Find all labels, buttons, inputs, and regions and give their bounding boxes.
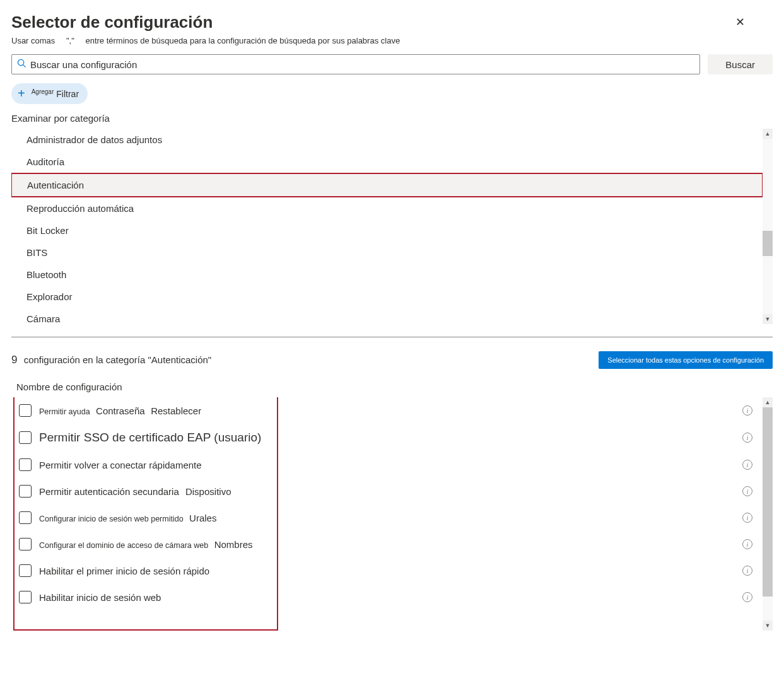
setting-row[interactable]: Configurar el dominio de acceso de cámar…	[11, 531, 763, 557]
info-icon[interactable]: i	[742, 592, 752, 602]
filter-add-label: Agregar	[32, 88, 54, 95]
search-hint: Usar comas "," entre términos de búsqued…	[11, 36, 773, 45]
category-item[interactable]: Cámara	[11, 308, 763, 324]
setting-label: Permitir ayuda Contraseña Restablecer	[39, 405, 742, 416]
setting-checkbox[interactable]	[19, 404, 32, 417]
browse-by-category-label: Examinar por categoría	[11, 113, 773, 124]
setting-label: Permitir volver a conectar rápidamente	[39, 460, 742, 470]
category-list: Administrador de datos adjuntosAuditoría…	[11, 129, 763, 324]
setting-label: Configurar inicio de sesión web permitid…	[39, 513, 742, 523]
hint-pre: Usar comas	[11, 36, 55, 45]
setting-label: Permitir autenticación secundaria Dispos…	[39, 486, 742, 497]
setting-checkbox[interactable]	[19, 564, 32, 577]
setting-label: Habilitar el primer inicio de sesión ráp…	[39, 566, 742, 576]
info-icon[interactable]: i	[742, 539, 752, 549]
scroll-thumb[interactable]	[763, 231, 773, 256]
add-filter-pill[interactable]: + Agregar Filtrar	[11, 83, 88, 104]
category-item[interactable]: Auditoría	[11, 151, 763, 173]
setting-row[interactable]: Configurar inicio de sesión web permitid…	[11, 504, 763, 531]
category-item[interactable]: Explorador	[11, 286, 763, 308]
info-icon[interactable]: i	[742, 486, 752, 496]
search-input[interactable]	[30, 59, 694, 70]
category-item[interactable]: Administrador de datos adjuntos	[11, 129, 763, 151]
settings-list: Permitir ayuda Contraseña RestableceriPe…	[11, 397, 763, 610]
setting-checkbox[interactable]	[19, 511, 32, 524]
scroll-down-arrow-icon[interactable]: ▼	[763, 314, 773, 324]
search-button[interactable]: Buscar	[708, 54, 773, 74]
plus-icon: +	[18, 86, 25, 101]
category-scroll-area: Administrador de datos adjuntosAuditoría…	[11, 129, 773, 324]
info-icon[interactable]: i	[742, 566, 752, 576]
results-category-name: "Autenticación"	[148, 354, 211, 365]
search-icon	[17, 59, 26, 71]
category-item[interactable]: Autenticación	[11, 173, 763, 197]
setting-checkbox[interactable]	[19, 591, 32, 603]
info-icon[interactable]: i	[742, 513, 752, 523]
setting-checkbox[interactable]	[19, 538, 32, 550]
filter-label: Filtrar	[56, 89, 79, 99]
hint-quote: ","	[66, 36, 74, 45]
info-icon[interactable]: i	[742, 405, 752, 416]
results-count: 9 configuración en la categoría "Autenti…	[11, 354, 211, 366]
section-divider	[11, 337, 773, 337]
search-box[interactable]	[11, 54, 700, 74]
setting-row[interactable]: Permitir ayuda Contraseña Restableceri	[11, 397, 763, 424]
setting-row[interactable]: Permitir volver a conectar rápidamentei	[11, 451, 763, 478]
results-count-number: 9	[11, 354, 17, 366]
select-all-button[interactable]: Seleccionar todas estas opciones de conf…	[599, 351, 773, 369]
setting-checkbox[interactable]	[19, 458, 32, 471]
scroll-thumb[interactable]	[763, 407, 773, 597]
close-icon[interactable]: ✕	[733, 13, 747, 32]
scroll-up-arrow-icon[interactable]: ▲	[763, 397, 773, 407]
setting-label: Configurar el dominio de acceso de cámar…	[39, 539, 742, 550]
info-icon[interactable]: i	[742, 433, 752, 443]
svg-point-0	[18, 59, 23, 65]
category-item[interactable]: Reproducción automática	[11, 197, 763, 219]
info-icon[interactable]: i	[742, 460, 752, 470]
column-header-name: Nombre de configuración	[11, 381, 773, 392]
category-item[interactable]: Bluetooth	[11, 264, 763, 286]
hint-post: entre términos de búsqueda para la confi…	[85, 36, 400, 45]
category-scrollbar[interactable]: ▲ ▼	[763, 129, 773, 324]
scroll-up-arrow-icon[interactable]: ▲	[763, 129, 773, 139]
setting-checkbox[interactable]	[19, 431, 32, 444]
category-item[interactable]: BITS	[11, 242, 763, 264]
setting-row[interactable]: Permitir autenticación secundaria Dispos…	[11, 478, 763, 504]
category-item[interactable]: Bit Locker	[11, 219, 763, 242]
setting-row[interactable]: Permitir SSO de certificado EAP (usuario…	[11, 424, 763, 451]
svg-line-1	[23, 64, 26, 67]
setting-label: Habilitar inicio de sesión web	[39, 592, 742, 603]
scroll-down-arrow-icon[interactable]: ▼	[763, 620, 773, 631]
setting-checkbox[interactable]	[19, 485, 32, 498]
setting-row[interactable]: Habilitar inicio de sesión webi	[11, 584, 763, 610]
setting-row[interactable]: Habilitar el primer inicio de sesión ráp…	[11, 557, 763, 584]
page-title: Selector de configuración	[11, 13, 213, 32]
settings-scrollbar[interactable]: ▲ ▼	[763, 397, 773, 631]
results-count-text: configuración en la categoría	[24, 354, 146, 365]
setting-label: Permitir SSO de certificado EAP (usuario…	[39, 431, 742, 445]
